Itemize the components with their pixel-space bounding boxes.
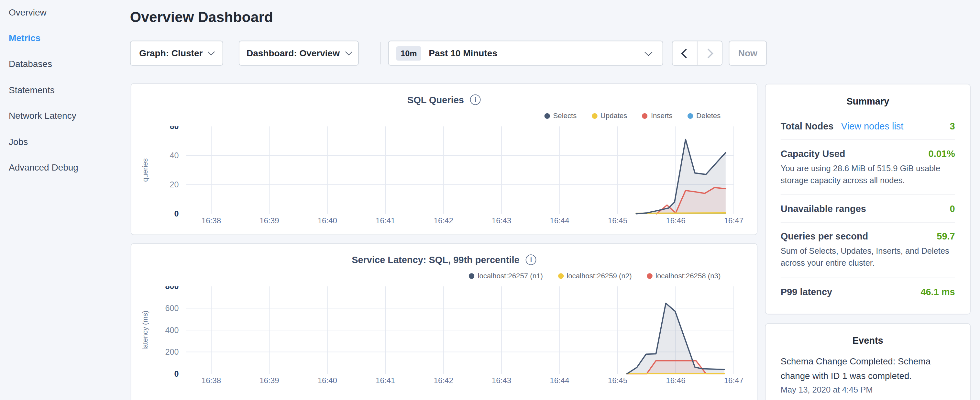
- controls-divider: [380, 42, 381, 64]
- legend-label: Updates: [600, 112, 627, 120]
- legend-item[interactable]: localhost:26257 (n1): [469, 272, 542, 279]
- legend-item[interactable]: Updates: [592, 112, 627, 120]
- legend-dot-icon: [687, 113, 693, 118]
- sidebar-item-overview[interactable]: Overview: [9, 8, 46, 18]
- time-step-next-button[interactable]: [697, 41, 722, 65]
- summary-row-value: 3: [950, 121, 955, 131]
- svg-text:0: 0: [174, 209, 179, 218]
- svg-text:16:41: 16:41: [375, 216, 395, 225]
- sidebar: Overview Metrics Databases Statements Ne…: [0, 0, 125, 400]
- svg-text:40: 40: [170, 151, 179, 160]
- summary-row-unavailable-ranges: Unavailable ranges 0: [781, 196, 955, 223]
- sidebar-item-jobs[interactable]: Jobs: [9, 137, 28, 147]
- page-title: Overview Dashboard: [130, 9, 273, 25]
- sidebar-item-network-latency[interactable]: Network Latency: [9, 111, 76, 121]
- legend-dot-icon: [592, 113, 597, 118]
- graph-scope-dropdown[interactable]: Graph: Cluster: [130, 41, 223, 66]
- summary-title: Summary: [765, 96, 970, 107]
- summary-panel: Summary Total Nodes View nodes list 3 Ca…: [765, 84, 970, 315]
- svg-text:16:41: 16:41: [375, 376, 395, 385]
- svg-text:600: 600: [165, 304, 179, 312]
- svg-text:60: 60: [170, 126, 179, 131]
- svg-text:16:39: 16:39: [259, 376, 279, 385]
- sql-queries-plot: 0204060queries16:3816:3916:4016:4116:421…: [131, 126, 758, 234]
- chevron-down-icon: [208, 48, 215, 55]
- service-latency-plot: 0200400600800latency (ms)16:3816:3916:40…: [131, 287, 758, 394]
- svg-text:800: 800: [165, 287, 179, 291]
- legend-item[interactable]: Inserts: [642, 112, 673, 120]
- legend-label: localhost:26259 (n2): [566, 272, 632, 279]
- legend-dot-icon: [469, 273, 474, 278]
- summary-row-label: Queries per second: [781, 231, 869, 242]
- info-icon[interactable]: i: [526, 254, 536, 265]
- svg-text:16:39: 16:39: [259, 216, 279, 225]
- summary-row-capacity-used: Capacity Used 0.01% You are using 28.6 M…: [781, 140, 955, 196]
- now-button[interactable]: Now: [729, 41, 767, 66]
- legend-label: Deletes: [696, 112, 721, 120]
- info-icon[interactable]: i: [470, 94, 481, 105]
- legend-label: Selects: [553, 112, 576, 120]
- legend-label: localhost:26258 (n3): [655, 272, 721, 279]
- svg-text:16:40: 16:40: [318, 376, 337, 385]
- svg-text:200: 200: [165, 347, 179, 356]
- chevron-down-icon: [644, 48, 652, 56]
- graph-scope-label: Graph: Cluster: [139, 48, 202, 58]
- dashboard-dropdown[interactable]: Dashboard: Overview: [239, 41, 359, 66]
- svg-text:16:44: 16:44: [550, 376, 569, 385]
- app-screen: Overview Metrics Databases Statements Ne…: [0, 0, 980, 400]
- svg-text:16:46: 16:46: [666, 376, 685, 385]
- sidebar-item-databases[interactable]: Databases: [9, 59, 52, 69]
- svg-text:latency (ms): latency (ms): [141, 311, 149, 350]
- summary-row-value: 59.7: [937, 231, 955, 242]
- chart-title: SQL Queries: [407, 94, 464, 105]
- sidebar-item-metrics[interactable]: Metrics: [9, 33, 40, 43]
- view-nodes-list-link[interactable]: View nodes list: [841, 121, 904, 131]
- svg-text:16:38: 16:38: [202, 216, 221, 225]
- svg-text:16:47: 16:47: [724, 216, 743, 225]
- legend-dot-icon: [558, 273, 563, 278]
- summary-row-label: P99 latency: [781, 287, 832, 297]
- event-item[interactable]: Schema Change Completed: Schema change w…: [781, 354, 955, 394]
- events-panel: Events Schema Change Completed: Schema c…: [765, 323, 970, 400]
- svg-text:16:42: 16:42: [434, 376, 453, 385]
- time-step-prev-button[interactable]: [673, 41, 697, 65]
- svg-text:16:44: 16:44: [550, 216, 569, 225]
- legend-item[interactable]: localhost:26258 (n3): [647, 272, 721, 279]
- chart-title: Service Latency: SQL, 99th percentile: [352, 254, 520, 265]
- svg-text:16:42: 16:42: [434, 216, 453, 225]
- summary-row-total-nodes: Total Nodes View nodes list 3: [781, 113, 955, 140]
- time-step-buttons: [672, 41, 722, 66]
- svg-text:16:38: 16:38: [202, 376, 221, 385]
- time-range-dropdown[interactable]: 10m Past 10 Minutes: [388, 41, 663, 66]
- chevron-right-icon: [704, 48, 713, 58]
- legend-item[interactable]: Deletes: [687, 112, 721, 120]
- summary-row-subtext: Sum of Selects, Updates, Inserts, and De…: [781, 246, 955, 269]
- legend-item[interactable]: localhost:26259 (n2): [558, 272, 632, 279]
- svg-text:16:43: 16:43: [492, 376, 511, 385]
- sidebar-item-statements[interactable]: Statements: [9, 85, 55, 95]
- chart-legend: localhost:26257 (n1)localhost:26259 (n2)…: [454, 272, 721, 279]
- legend-dot-icon: [642, 113, 648, 118]
- time-range-badge: 10m: [396, 46, 421, 60]
- svg-text:16:45: 16:45: [608, 376, 627, 385]
- svg-text:0: 0: [174, 369, 179, 378]
- svg-text:queries: queries: [141, 158, 149, 182]
- summary-row-queries-per-second: Queries per second 59.7 Sum of Selects, …: [781, 223, 955, 278]
- event-timestamp: May 13, 2020 at 4:45 PM: [781, 385, 955, 394]
- summary-row-subtext: You are using 28.6 MiB of 515.9 GiB usab…: [781, 163, 955, 186]
- svg-text:16:40: 16:40: [318, 216, 337, 225]
- svg-text:16:43: 16:43: [492, 216, 511, 225]
- svg-text:16:46: 16:46: [666, 216, 685, 225]
- sidebar-item-advanced-debug[interactable]: Advanced Debug: [9, 163, 78, 172]
- chart-card-sql-queries: SQL Queries i SelectsUpdatesInsertsDelet…: [131, 83, 758, 235]
- legend-item[interactable]: Selects: [544, 112, 576, 120]
- dashboard-label: Dashboard: Overview: [247, 48, 340, 58]
- summary-row-label: Unavailable ranges: [781, 204, 866, 214]
- svg-text:400: 400: [165, 325, 179, 335]
- svg-text:16:45: 16:45: [608, 216, 627, 225]
- svg-text:16:47: 16:47: [724, 376, 743, 385]
- chart-legend: SelectsUpdatesInsertsDeletes: [529, 112, 721, 120]
- chevron-left-icon: [681, 48, 691, 58]
- event-text: Schema Change Completed: Schema change w…: [781, 354, 955, 383]
- chart-card-service-latency: Service Latency: SQL, 99th percentile i …: [131, 243, 758, 400]
